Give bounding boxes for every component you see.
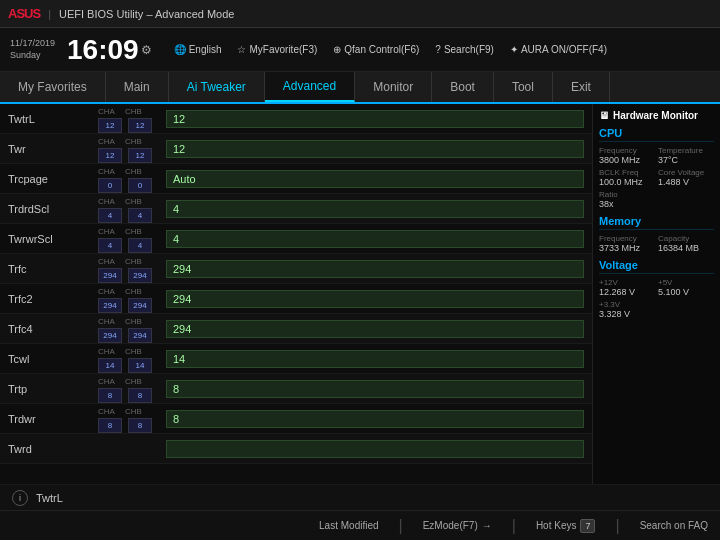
row-value-bar[interactable]: 8 [166,410,584,428]
table-row[interactable]: Trfc CHA CHB 294 294 294 [0,254,592,284]
row-value-bar[interactable]: 12 [166,140,584,158]
row-label: Trcpage [8,173,98,185]
tab-aitweaker[interactable]: Ai Tweaker [169,72,265,102]
mem-freq-label: Frequency [599,234,655,243]
cpu-frequency-item: Frequency 3800 MHz [599,146,655,165]
v33-item: +3.3V 3.328 V [599,300,714,319]
divider-2: | [512,517,516,535]
table-row[interactable]: Trfc2 CHA CHB 294 294 294 [0,284,592,314]
settings-icon[interactable]: ⚙ [141,43,152,57]
chb-value: 12 [128,148,152,163]
chb-label: CHB [125,195,142,208]
current-setting-label: TwtrL [36,492,63,504]
row-channels: CHA CHB 8 8 [98,405,158,433]
tab-monitor[interactable]: Monitor [355,72,432,102]
ratio-value: 38x [599,199,714,209]
datetime-bar: 11/17/2019 Sunday 16:09 ⚙ 🌐 English ☆ My… [0,28,720,72]
table-row[interactable]: Tcwl CHA CHB 14 14 14 [0,344,592,374]
chb-label: CHB [125,225,142,238]
row-value: 8 [173,413,179,425]
row-label: TrdrdScl [8,203,98,215]
ratio-label: Ratio [599,190,714,199]
cpu-section-title: CPU [599,127,714,142]
row-value-bar[interactable]: 294 [166,290,584,308]
chb-label: CHB [125,105,142,118]
time-display-group: 16:09 ⚙ [67,36,152,64]
table-row[interactable]: TwtrL CHA CHB 12 12 12 [0,104,592,134]
memory-section-title: Memory [599,215,714,230]
row-label: Tcwl [8,353,98,365]
v5-value: 5.100 V [658,287,714,297]
tab-tool[interactable]: Tool [494,72,553,102]
chb-value: 0 [128,178,152,193]
row-value-bar[interactable]: 294 [166,320,584,338]
table-row[interactable]: TrdrdScl CHA CHB 4 4 4 [0,194,592,224]
chb-value: 4 [128,208,152,223]
row-value: 4 [173,203,179,215]
row-value-bar[interactable]: 294 [166,260,584,278]
row-channels: CHA CHB 0 0 [98,165,158,193]
search-faq-item[interactable]: Search on FAQ [640,520,708,531]
chb-label: CHB [125,375,142,388]
row-channels: CHA CHB 14 14 [98,345,158,373]
cha-label: CHA [98,195,115,208]
content-area: TwtrL CHA CHB 12 12 12 Twr CHA [0,104,592,484]
tab-myfavorites[interactable]: My Favorites [0,72,106,102]
qfan-menu-item[interactable]: ⊕ Qfan Control(F6) [333,44,419,55]
table-row[interactable]: Twr CHA CHB 12 12 12 [0,134,592,164]
chb-label: CHB [125,285,142,298]
aura-menu-item[interactable]: ✦ AURA ON/OFF(F4) [510,44,607,55]
row-channels: CHA CHB 4 4 [98,195,158,223]
table-row[interactable]: Trfc4 CHA CHB 294 294 294 [0,314,592,344]
row-value-bar[interactable]: 8 [166,380,584,398]
row-value-bar[interactable]: 14 [166,350,584,368]
row-value: 294 [173,323,191,335]
cpu-temp-value: 37°C [658,155,714,165]
row-channels: CHA CHB 294 294 [98,255,158,283]
table-row[interactable]: Trdwr CHA CHB 8 8 8 [0,404,592,434]
tab-exit[interactable]: Exit [553,72,610,102]
english-label: English [189,44,222,55]
search-label: Search(F9) [444,44,494,55]
v33-label: +3.3V [599,300,714,309]
table-row[interactable]: TwrwrScl CHA CHB 4 4 4 [0,224,592,254]
divider-1: | [399,517,403,535]
mem-cap-item: Capacity 16384 MB [658,234,714,253]
english-menu-item[interactable]: 🌐 English [174,44,222,55]
row-value: 294 [173,293,191,305]
ezmode-item[interactable]: EzMode(F7) → [423,520,492,531]
search-menu-item[interactable]: ? Search(F9) [435,44,494,55]
cha-label: CHA [98,285,115,298]
row-label: Trtp [8,383,98,395]
cha-label: CHA [98,405,115,418]
info-icon: i [12,490,28,506]
hotkeys-label: Hot Keys [536,520,577,531]
cha-label: CHA [98,105,115,118]
hotkeys-key: 7 [580,519,595,533]
table-row[interactable]: Trcpage CHA CHB 0 0 Auto [0,164,592,194]
row-value-bar[interactable]: 4 [166,200,584,218]
tab-main[interactable]: Main [106,72,169,102]
corevolt-value: 1.488 V [658,177,714,187]
row-value-bar[interactable]: Auto [166,170,584,188]
row-value: 8 [173,383,179,395]
tab-boot[interactable]: Boot [432,72,494,102]
table-row[interactable]: Twrd [0,434,592,464]
row-value-bar[interactable] [166,440,584,458]
row-channels: CHA CHB 4 4 [98,225,158,253]
chb-label: CHB [125,135,142,148]
cha-label: CHA [98,255,115,268]
tab-advanced[interactable]: Advanced [265,72,355,102]
asus-logo: ASUS [8,6,40,21]
cpu-frequency-label: Frequency [599,146,655,155]
time-text: 16:09 [67,36,139,64]
row-value-bar[interactable]: 4 [166,230,584,248]
table-row[interactable]: Trtp CHA CHB 8 8 8 [0,374,592,404]
memory-info: Frequency 3733 MHz Capacity 16384 MB [599,234,714,253]
myfavorite-menu-item[interactable]: ☆ MyFavorite(F3) [237,44,317,55]
chb-label: CHB [125,165,142,178]
row-label: Trdwr [8,413,98,425]
qfan-label: Qfan Control(F6) [344,44,419,55]
cha-value: 12 [98,148,122,163]
row-value-bar[interactable]: 12 [166,110,584,128]
